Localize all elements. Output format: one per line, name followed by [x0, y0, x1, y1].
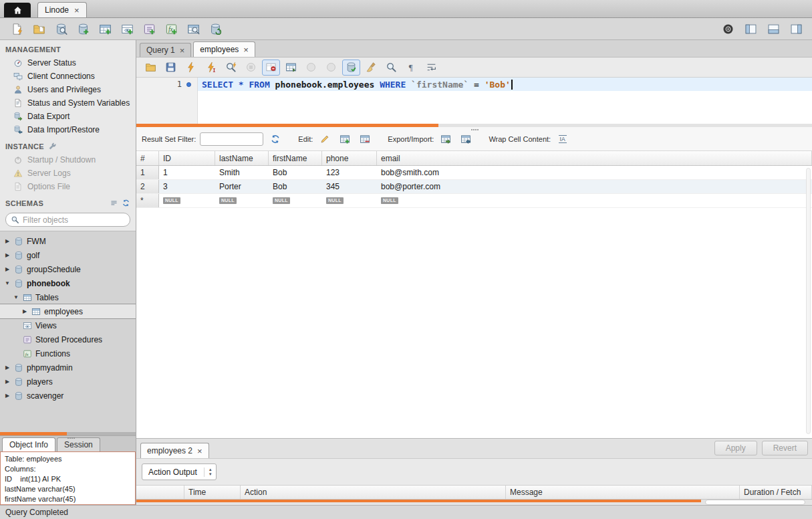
- connection-tab-linode[interactable]: Linode ×: [37, 2, 87, 17]
- toggle-right-panel-button[interactable]: [787, 20, 805, 38]
- chevron-right-icon[interactable]: ▶: [4, 238, 11, 244]
- tree-node-phonebook-tables[interactable]: ▼Tables: [0, 290, 136, 304]
- info-tab-session[interactable]: Session: [57, 437, 100, 451]
- tree-node-phonebook-functions[interactable]: fxFunctions: [0, 346, 136, 360]
- sidebar-splitter[interactable]: [0, 432, 136, 435]
- result-tab-employees-2[interactable]: employees 2 ×: [140, 443, 209, 458]
- chevron-right-icon[interactable]: ▶: [4, 266, 11, 272]
- grid-cell[interactable]: bob@smith.com: [377, 166, 812, 179]
- sidebar-item-server-status[interactable]: Server Status: [0, 56, 136, 70]
- tree-node-schema-groupschedule[interactable]: ▶groupSchedule: [0, 262, 136, 276]
- explain-button[interactable]: [222, 60, 240, 76]
- result-filter-input[interactable]: [200, 132, 263, 146]
- import-records-button[interactable]: [458, 132, 474, 146]
- create-function-button[interactable]: fx: [161, 20, 181, 38]
- refresh-results-button[interactable]: [267, 132, 283, 146]
- grid-cell-null[interactable]: NULL: [269, 194, 322, 207]
- tree-node-schema-golf[interactable]: ▶golf: [0, 248, 136, 262]
- invisible-characters-button[interactable]: ¶: [402, 60, 420, 76]
- chevron-right-icon[interactable]: ▶: [4, 252, 11, 258]
- output-type-select[interactable]: Action Output ▲▼: [142, 463, 217, 480]
- sidebar-item-client-connections[interactable]: Client Connections: [0, 70, 136, 83]
- search-table-data-button[interactable]: [183, 20, 203, 38]
- find-button[interactable]: [382, 60, 400, 76]
- toggle-stop-on-error-button[interactable]: [262, 60, 280, 76]
- sidebar-item-server-logs[interactable]: Server Logs: [0, 167, 136, 180]
- output-column-time[interactable]: Time: [184, 486, 241, 499]
- query-tab-query-1[interactable]: Query 1×: [140, 43, 191, 57]
- refresh-schemas-icon[interactable]: [122, 199, 130, 207]
- vertical-scrollbar[interactable]: [806, 168, 811, 434]
- output-column-message[interactable]: Message: [506, 486, 740, 499]
- sidebar-item-status-and-system-variables[interactable]: Status and System Variables: [0, 96, 136, 110]
- chevron-right-icon[interactable]: ▶: [4, 393, 11, 399]
- reconnect-server-button[interactable]: [205, 20, 225, 38]
- query-tab-employees[interactable]: employees×: [193, 41, 255, 57]
- grid-column-header-phone[interactable]: phone: [322, 151, 377, 165]
- output-column-action[interactable]: Action: [241, 486, 506, 499]
- bottom-splitter[interactable]: [136, 500, 812, 505]
- open-sql-script-button[interactable]: [29, 20, 49, 38]
- execute-current-statement-button[interactable]: [202, 60, 220, 76]
- grid-column-header-firstName[interactable]: firstName: [269, 151, 322, 165]
- grid-cell[interactable]: Bob: [269, 180, 322, 193]
- edit-record-button[interactable]: [317, 132, 333, 146]
- tree-node-schema-players[interactable]: ▶players: [0, 375, 136, 389]
- tree-node-table-employees[interactable]: ▶employees: [0, 304, 136, 318]
- create-table-button[interactable]: [95, 20, 115, 38]
- grid-row[interactable]: 23PorterBob345bob@porter.com: [136, 180, 812, 194]
- sidebar-item-options-file[interactable]: Options File: [0, 180, 136, 193]
- grid-cell-null[interactable]: NULL: [377, 194, 812, 207]
- stop-button[interactable]: [242, 60, 260, 76]
- grid-new-row[interactable]: *NULLNULLNULLNULLNULL: [136, 194, 812, 208]
- grid-cell-null[interactable]: NULL: [322, 194, 377, 207]
- tree-node-schema-fwm[interactable]: ▶FWM: [0, 234, 136, 248]
- rollback-button[interactable]: [322, 60, 340, 76]
- open-script-button[interactable]: [142, 60, 160, 76]
- limit-rows-button[interactable]: [282, 60, 300, 76]
- sql-editor[interactable]: 1 SELECT * FROM phonebook.employees WHER…: [136, 78, 812, 124]
- grid-column-header-lastName[interactable]: lastName: [215, 151, 269, 165]
- schema-filter-input[interactable]: [23, 215, 125, 225]
- grid-cell[interactable]: 1: [159, 166, 215, 179]
- close-icon[interactable]: ×: [243, 45, 249, 54]
- grid-cell[interactable]: Porter: [215, 180, 269, 193]
- save-script-button[interactable]: [162, 60, 180, 76]
- schema-inspector-button[interactable]: [51, 20, 71, 38]
- sidebar-item-users-and-privileges[interactable]: Users and Privileges: [0, 83, 136, 96]
- grid-row[interactable]: 11SmithBob123bob@smith.com: [136, 166, 812, 180]
- grid-cell[interactable]: 123: [322, 166, 377, 179]
- toggle-left-panel-button[interactable]: [741, 20, 760, 38]
- apply-button[interactable]: Apply: [714, 441, 757, 455]
- wrap-cell-content-button[interactable]: IA: [555, 132, 571, 146]
- assistant-button[interactable]: [718, 20, 737, 38]
- beautify-script-button[interactable]: [362, 60, 380, 76]
- commit-button[interactable]: [302, 60, 320, 76]
- chevron-right-icon[interactable]: ▶: [21, 308, 28, 314]
- chevron-down-icon[interactable]: ▼: [13, 294, 19, 300]
- wrap-text-button[interactable]: [422, 60, 440, 76]
- grid-column-header-email[interactable]: email: [377, 151, 812, 165]
- output-column-duration-fetch[interactable]: Duration / Fetch: [740, 486, 812, 499]
- horizontal-scrollbar[interactable]: [705, 500, 805, 505]
- export-recordset-button[interactable]: [438, 132, 454, 146]
- grid-cell[interactable]: bob@porter.com: [377, 180, 812, 193]
- revert-button[interactable]: Revert: [762, 441, 808, 455]
- chevron-right-icon[interactable]: ▶: [4, 365, 11, 371]
- sidebar-item-data-export[interactable]: Data Export: [0, 110, 136, 123]
- expand-collapse-icon[interactable]: [110, 199, 118, 207]
- create-schema-button[interactable]: [73, 20, 93, 38]
- close-icon[interactable]: ×: [74, 6, 80, 15]
- grid-cell[interactable]: Bob: [269, 166, 322, 179]
- create-procedure-button[interactable]: [139, 20, 159, 38]
- info-tab-object-info[interactable]: Object Info: [2, 437, 55, 451]
- home-button[interactable]: [4, 3, 31, 17]
- toggle-autocommit-button[interactable]: [342, 60, 360, 76]
- close-icon[interactable]: ×: [180, 46, 185, 55]
- tree-node-schema-scavenger[interactable]: ▶scavenger: [0, 389, 136, 403]
- delete-row-button[interactable]: [357, 132, 373, 146]
- execute-button[interactable]: [182, 60, 200, 76]
- grid-cell-null[interactable]: NULL: [215, 194, 269, 207]
- grid-cell-null[interactable]: NULL: [159, 194, 215, 207]
- tree-node-phonebook-stored-procedures[interactable]: Stored Procedures: [0, 332, 136, 346]
